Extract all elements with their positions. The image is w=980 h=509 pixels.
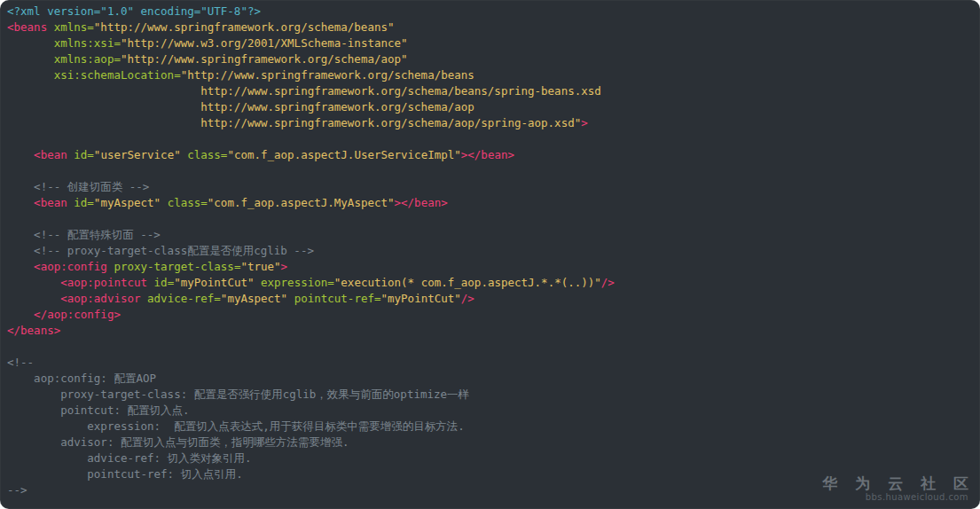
code-token bbox=[7, 244, 34, 257]
code-token: "com.f_aop.aspectJ.MyAspect" bbox=[208, 196, 395, 209]
code-token: </aop:config> bbox=[34, 308, 121, 321]
code-line: <aop:pointcut id="myPointCut" expression… bbox=[7, 275, 973, 291]
code-token bbox=[47, 20, 54, 34]
code-token bbox=[7, 36, 54, 50]
code-token: pointcut-ref= bbox=[294, 292, 381, 305]
code-token: id= bbox=[154, 276, 175, 289]
code-token: <bean bbox=[34, 148, 67, 161]
code-token: pointcut-ref: 切入点引用. bbox=[7, 467, 243, 481]
code-token: "myPointCut" bbox=[174, 276, 254, 289]
code-token bbox=[7, 228, 34, 241]
code-token: > bbox=[581, 116, 588, 129]
code-token: <!-- 创建切面类 --> bbox=[34, 180, 149, 193]
code-line: <!-- 创建切面类 --> bbox=[7, 179, 973, 195]
code-line: xmlns:xsi="http://www.w3.org/2001/XMLSch… bbox=[7, 35, 973, 51]
code-token bbox=[287, 292, 294, 305]
code-token: <beans bbox=[7, 20, 47, 34]
code-line: http://www.springframework.org/schema/ao… bbox=[7, 99, 973, 115]
code-editor: <?xml version="1.0" encoding="UTF-8"?><b… bbox=[0, 0, 980, 509]
code-token bbox=[7, 148, 34, 161]
code-token: "true" bbox=[240, 260, 280, 273]
code-token: /> bbox=[601, 276, 615, 289]
code-line: advisor: 配置切入点与切面类，指明哪些方法需要增强. bbox=[7, 435, 973, 450]
code-token bbox=[7, 196, 34, 209]
code-line bbox=[7, 163, 973, 179]
code-token: "http://www.springframework.org/schema/a… bbox=[121, 52, 408, 66]
code-token: id= bbox=[74, 196, 94, 209]
code-token: <aop:advisor bbox=[60, 292, 140, 305]
code-line: pointcut: 配置切入点. bbox=[7, 403, 973, 419]
code-token: "http://www.springframework.org/schema/b… bbox=[181, 68, 474, 82]
code-token: <!-- 配置特殊切面 --> bbox=[34, 228, 161, 241]
code-token bbox=[7, 308, 34, 321]
code-token: > bbox=[281, 260, 288, 273]
code-token: class= bbox=[168, 196, 208, 209]
code-token bbox=[161, 196, 168, 209]
code-token: expression= bbox=[261, 276, 334, 289]
code-line: advice-ref: 切入类对象引用. bbox=[7, 450, 973, 466]
code-line: xmlns:aop="http://www.springframework.or… bbox=[7, 51, 973, 67]
code-token: "execution(* com.f_aop.aspectJ.*.*(..))" bbox=[334, 276, 601, 289]
code-line: aop:config: 配置AOP bbox=[7, 371, 973, 387]
code-token: "userService" bbox=[94, 148, 181, 161]
code-token bbox=[141, 292, 148, 305]
page-background: <?xml version="1.0" encoding="UTF-8"?><b… bbox=[0, 0, 980, 509]
code-token: expression: 配置切入点表达式,用于获得目标类中需要增强的目标方法. bbox=[7, 419, 465, 433]
code-token bbox=[147, 276, 154, 289]
code-token: http://www.springframework.org/schema/ao… bbox=[7, 116, 581, 129]
code-line: --> bbox=[7, 482, 973, 498]
code-token: "myAspect" bbox=[94, 196, 161, 209]
code-token: "http://www.w3.org/2001/XMLSchema-instan… bbox=[121, 36, 408, 50]
code-token: --> bbox=[7, 483, 27, 497]
code-token: "http://www.springframework.org/schema/b… bbox=[94, 20, 395, 34]
code-line bbox=[7, 211, 973, 227]
code-token: xsi:schemaLocation= bbox=[54, 68, 181, 82]
code-token: proxy-target-class= bbox=[114, 260, 240, 273]
code-token bbox=[7, 180, 34, 193]
code-token: proxy-target-class: 配置是否强行使用cglib，效果与前面的… bbox=[7, 388, 469, 401]
code-line: <!-- 配置特殊切面 --> bbox=[7, 227, 973, 243]
code-token bbox=[254, 276, 261, 289]
code-token: id= bbox=[74, 148, 94, 161]
code-token: ></bean> bbox=[395, 196, 448, 209]
code-token: xmlns:aop= bbox=[54, 52, 121, 66]
code-token bbox=[7, 292, 60, 305]
code-token: aop:config: 配置AOP bbox=[7, 372, 156, 385]
code-token: http://www.springframework.org/schema/ao… bbox=[7, 100, 474, 114]
xml-code: <?xml version="1.0" encoding="UTF-8"?><b… bbox=[7, 4, 973, 498]
code-token: advisor: 配置切入点与切面类，指明哪些方法需要增强. bbox=[7, 435, 349, 449]
code-line: </beans> bbox=[7, 323, 973, 339]
code-token: advice-ref: 切入类对象引用. bbox=[7, 451, 252, 465]
code-token: "myPointCut" bbox=[381, 292, 461, 305]
code-line bbox=[7, 131, 973, 147]
code-token: <aop:config bbox=[34, 260, 107, 273]
code-line: pointcut-ref: 切入点引用. bbox=[7, 466, 973, 482]
code-line: <bean id="myAspect" class="com.f_aop.asp… bbox=[7, 195, 973, 211]
code-token bbox=[7, 260, 34, 273]
code-token: <bean bbox=[34, 196, 67, 209]
code-token: <!-- bbox=[7, 356, 34, 369]
code-token: <!-- proxy-target-class配置是否使用cglib --> bbox=[34, 244, 314, 257]
code-token: xmlns= bbox=[54, 20, 94, 34]
code-line: <?xml version="1.0" encoding="UTF-8"?> bbox=[7, 4, 973, 20]
code-line: </aop:config> bbox=[7, 307, 973, 323]
code-token: advice-ref= bbox=[147, 292, 221, 305]
code-token: class= bbox=[187, 148, 227, 161]
code-token: <?xml version="1.0" encoding="UTF-8"?> bbox=[7, 4, 261, 18]
code-token: "com.f_aop.aspectJ.UserServiceImpl" bbox=[227, 148, 460, 161]
code-token: <aop:pointcut bbox=[60, 276, 147, 289]
code-line: <!-- proxy-target-class配置是否使用cglib --> bbox=[7, 243, 973, 259]
code-line: <beans xmlns="http://www.springframework… bbox=[7, 20, 973, 35]
code-line: proxy-target-class: 配置是否强行使用cglib，效果与前面的… bbox=[7, 387, 973, 403]
code-line: <bean id="userService" class="com.f_aop.… bbox=[7, 147, 973, 163]
code-token bbox=[7, 68, 54, 82]
code-token: /> bbox=[461, 292, 474, 305]
code-line: http://www.springframework.org/schema/ao… bbox=[7, 115, 973, 131]
code-token: </beans> bbox=[7, 324, 60, 337]
code-line: <aop:advisor advice-ref="myAspect" point… bbox=[7, 291, 973, 307]
code-token: ></bean> bbox=[461, 148, 514, 161]
code-token: xmlns:xsi= bbox=[54, 36, 121, 50]
code-token bbox=[7, 52, 54, 66]
code-line: xsi:schemaLocation="http://www.springfra… bbox=[7, 67, 973, 83]
code-line: expression: 配置切入点表达式,用于获得目标类中需要增强的目标方法. bbox=[7, 419, 973, 435]
